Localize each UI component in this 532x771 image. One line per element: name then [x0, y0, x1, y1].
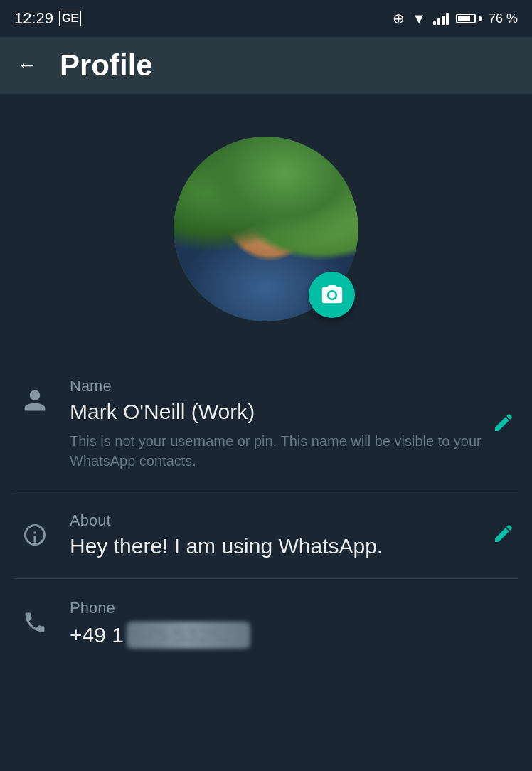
edit-about-button[interactable] [492, 522, 515, 548]
main-content: Name Mark O'Neill (Work) This is not you… [0, 94, 532, 690]
signal-icon [433, 12, 449, 25]
about-field: About Hey there! I am using WhatsApp. [0, 491, 532, 578]
phone-value: +49 1 575 532521 [70, 622, 515, 649]
info-icon [22, 522, 48, 548]
name-value: Mark O'Neill (Work) [70, 400, 515, 424]
phone-visible-part: +49 1 [70, 623, 124, 647]
about-value: Hey there! I am using WhatsApp. [70, 534, 515, 558]
app-bar: ← Profile [0, 37, 532, 94]
battery-percent: 76 % [489, 11, 518, 26]
camera-icon [320, 283, 344, 307]
info-icon-wrapper [17, 517, 53, 553]
name-field-content: Name Mark O'Neill (Work) This is not you… [70, 377, 515, 471]
phone-field: Phone +49 1 575 532521 [0, 579, 532, 669]
avatar-wrapper [174, 137, 358, 321]
wifi-icon: ▼ [412, 11, 426, 27]
phone-hidden-part: 575 532521 [127, 622, 251, 649]
gps-icon: ⊕ [393, 10, 405, 27]
pencil-icon [492, 411, 515, 434]
name-label: Name [70, 377, 515, 395]
person-icon [22, 388, 48, 413]
phone-icon [22, 610, 48, 635]
about-field-content: About Hey there! I am using WhatsApp. [70, 511, 515, 558]
about-label: About [70, 511, 515, 530]
change-photo-button[interactable] [309, 272, 355, 318]
person-icon-wrapper [17, 383, 53, 418]
name-hint: This is not your username or pin. This n… [70, 431, 515, 471]
phone-label: Phone [70, 599, 515, 617]
battery-icon [456, 14, 482, 23]
status-time: 12:29 GE [14, 9, 81, 28]
edit-name-button[interactable] [492, 411, 515, 437]
pencil-about-icon [492, 522, 515, 545]
time-display: 12:29 [14, 9, 53, 28]
page-title: Profile [60, 48, 153, 83]
name-field: Name Mark O'Neill (Work) This is not you… [0, 357, 532, 491]
phone-icon-wrapper [17, 605, 53, 640]
status-bar: 12:29 GE ⊕ ▼ 76 % [0, 0, 532, 37]
status-icons: ⊕ ▼ 76 % [393, 10, 518, 27]
phone-field-content: Phone +49 1 575 532521 [70, 599, 515, 649]
back-button[interactable]: ← [17, 54, 37, 77]
ge-icon: GE [59, 11, 81, 26]
avatar-section [0, 115, 532, 357]
